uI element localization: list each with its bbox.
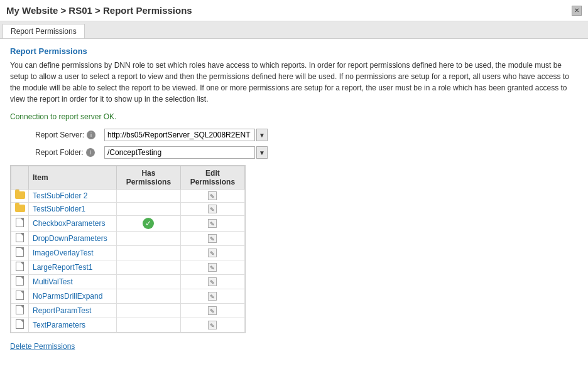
breadcrumb-site[interactable]: My Website [6, 5, 58, 16]
table-row: TestSubFolder 2✎ [11, 190, 245, 203]
edit-icon[interactable]: ✎ [208, 292, 217, 301]
server-dropdown-button[interactable]: ▼ [256, 129, 268, 141]
edit-icon[interactable]: ✎ [208, 219, 217, 228]
row-name[interactable]: ReportParamTest [29, 304, 117, 318]
check-icon: ✓ [143, 218, 154, 229]
row-name[interactable]: TextParameters [29, 318, 117, 333]
row-name[interactable]: NoParmsDrillExpand [29, 289, 117, 304]
row-has-permissions [117, 318, 181, 333]
row-name[interactable]: DropDownParameters [29, 232, 117, 246]
row-name[interactable]: CheckboxParameters [29, 216, 117, 232]
connection-status: Connection to report server OK. [10, 112, 578, 121]
row-edit-permissions[interactable]: ✎ [180, 318, 244, 333]
doc-icon [16, 233, 24, 242]
tab-report-permissions[interactable]: Report Permissions [3, 24, 85, 38]
server-info-icon[interactable]: i [87, 131, 95, 139]
delete-permissions-link[interactable]: Delete Permissions [10, 342, 75, 351]
row-name[interactable]: LargeReportTest1 [29, 260, 117, 275]
row-icon [11, 275, 29, 289]
row-icon [11, 190, 29, 203]
breadcrumb: My Website > RS01 > Report Permissions [6, 5, 192, 16]
row-icon [11, 216, 29, 232]
doc-icon [16, 247, 24, 257]
permissions-table: Item Has Permissions Edit Permissions Te… [10, 165, 246, 333]
row-icon [11, 232, 29, 246]
row-edit-permissions[interactable]: ✎ [180, 216, 244, 232]
table-row: DropDownParameters✎ [11, 232, 245, 246]
row-name[interactable]: MultiValTest [29, 275, 117, 289]
col-edit-permissions: Edit Permissions [180, 166, 244, 190]
row-edit-permissions[interactable]: ✎ [180, 260, 244, 275]
server-input[interactable] [104, 129, 255, 141]
row-edit-permissions[interactable]: ✎ [180, 275, 244, 289]
edit-icon[interactable]: ✎ [208, 191, 217, 200]
table-row: MultiValTest✎ [11, 275, 245, 289]
row-icon [11, 203, 29, 216]
table-row: CheckboxParameters✓✎ [11, 216, 245, 232]
row-icon [11, 246, 29, 260]
section-title: Report Permissions [10, 46, 578, 56]
doc-icon [16, 276, 24, 286]
row-icon [11, 289, 29, 304]
row-icon [11, 318, 29, 333]
breadcrumb-sep2: > [92, 5, 103, 16]
row-has-permissions [117, 289, 181, 304]
doc-icon [16, 319, 24, 329]
folder-info-icon[interactable]: i [86, 148, 95, 157]
row-name[interactable]: TestSubFolder 2 [29, 190, 117, 203]
row-has-permissions [117, 203, 181, 216]
table-row: NoParmsDrillExpand✎ [11, 289, 245, 304]
col-icon [11, 166, 29, 190]
doc-icon [16, 218, 24, 227]
folder-label: Report Folder: [35, 148, 84, 157]
edit-icon[interactable]: ✎ [208, 321, 217, 329]
row-icon [11, 260, 29, 275]
folder-input[interactable] [104, 146, 255, 159]
folder-icon [15, 191, 25, 199]
row-has-permissions [117, 232, 181, 246]
row-has-permissions [117, 246, 181, 260]
description-text: You can define permissions by DNN role t… [10, 60, 578, 105]
row-icon [11, 304, 29, 318]
folder-icon [15, 205, 25, 212]
row-has-permissions [117, 260, 181, 275]
row-has-permissions: ✓ [117, 216, 181, 232]
server-label: Report Server: [35, 131, 84, 139]
doc-icon [16, 262, 24, 271]
table-row: TextParameters✎ [11, 318, 245, 333]
table-row: TestSubFolder1✎ [11, 203, 245, 216]
row-edit-permissions[interactable]: ✎ [180, 232, 244, 246]
table-row: ImageOverlayTest✎ [11, 246, 245, 260]
row-edit-permissions[interactable]: ✎ [180, 190, 244, 203]
doc-icon [16, 291, 24, 300]
close-button[interactable]: ✕ [572, 6, 582, 16]
edit-icon[interactable]: ✎ [208, 234, 217, 243]
row-edit-permissions[interactable]: ✎ [180, 289, 244, 304]
row-has-permissions [117, 304, 181, 318]
row-has-permissions [117, 190, 181, 203]
row-edit-permissions[interactable]: ✎ [180, 246, 244, 260]
row-name[interactable]: TestSubFolder1 [29, 203, 117, 216]
col-item: Item [29, 166, 117, 190]
row-edit-permissions[interactable]: ✎ [180, 203, 244, 216]
table-row: ReportParamTest✎ [11, 304, 245, 318]
breadcrumb-sep1: > [58, 5, 68, 16]
edit-icon[interactable]: ✎ [208, 306, 217, 315]
edit-icon[interactable]: ✎ [208, 263, 217, 272]
breadcrumb-section[interactable]: RS01 [68, 5, 92, 16]
row-name[interactable]: ImageOverlayTest [29, 246, 117, 260]
row-has-permissions [117, 275, 181, 289]
folder-dropdown-button[interactable]: ▼ [256, 146, 268, 159]
doc-icon [16, 305, 24, 314]
edit-icon[interactable]: ✎ [208, 277, 217, 286]
row-edit-permissions[interactable]: ✎ [180, 304, 244, 318]
table-row: LargeReportTest1✎ [11, 260, 245, 275]
col-has-permissions: Has Permissions [117, 166, 181, 190]
edit-icon[interactable]: ✎ [208, 205, 217, 213]
edit-icon[interactable]: ✎ [208, 249, 217, 257]
breadcrumb-page: Report Permissions [103, 5, 192, 16]
